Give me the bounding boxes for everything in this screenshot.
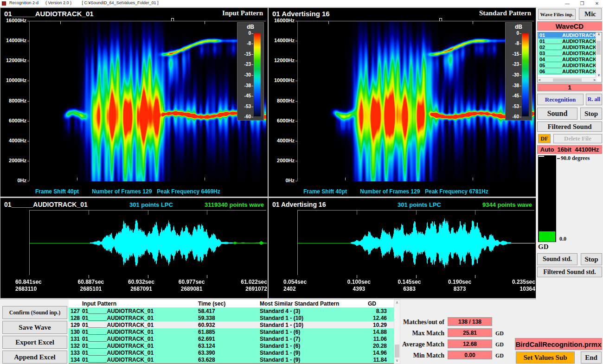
axis-tick: 0.100sec4393 xyxy=(334,279,385,293)
input-pattern-label: Input Pattern xyxy=(222,9,263,17)
filtered-sound-button[interactable]: Filtered Sound xyxy=(537,121,602,132)
track-list-item[interactable]: 05______AUDIOTRACK_ xyxy=(538,63,598,69)
col-time: Time (sec) xyxy=(198,300,260,307)
db-label: 0 xyxy=(507,31,519,36)
input-spectrogram-panel: 01______AUDIOTRACK_01 Input Pattern 1600… xyxy=(0,8,268,197)
plot-tick xyxy=(205,178,205,180)
save-wave-button[interactable]: Save Wave xyxy=(2,321,67,334)
db-label: -23 xyxy=(507,62,519,67)
row-time: 59.338 xyxy=(198,315,260,321)
col-standard-pattern: Most Similar Standard Pattern xyxy=(260,300,357,307)
freq-label: 6000Hz xyxy=(0,118,26,123)
row-time: 62.691 xyxy=(198,336,260,342)
row-time: 63.390 xyxy=(198,350,260,356)
confirm-sound-inp-button[interactable]: Confirm (Sound inp.) xyxy=(2,306,67,319)
meter-max-label: 90.0 degrees xyxy=(561,155,590,162)
end-button[interactable]: End xyxy=(581,351,602,364)
list-hscrollbar-thumb[interactable] xyxy=(553,78,582,82)
axis-tick: 60.887sec2685101 xyxy=(66,279,116,293)
gd-meter xyxy=(538,155,556,242)
sound-std-button[interactable]: Sound std. xyxy=(537,253,577,265)
plot-tick xyxy=(148,275,148,278)
table-row[interactable]: 130 01______AUDIOTRACK_01 61.885 Standar… xyxy=(69,328,394,335)
stop-button[interactable]: Stop xyxy=(580,108,602,120)
plot-tick xyxy=(77,178,77,180)
restore-button[interactable]: ❐ xyxy=(577,0,587,6)
standard-spectrogram-plot xyxy=(297,21,534,181)
freq-label: 16000Hz xyxy=(269,18,295,23)
row-standard: Standard 1 - (10) xyxy=(260,315,357,321)
track-listbox[interactable]: 01______AUDIOTRACK 01______AUDIOTRACK_ 0… xyxy=(537,32,602,83)
scroll-right-icon[interactable]: > xyxy=(593,78,596,82)
minimize-button[interactable]: — xyxy=(562,0,572,6)
lpc-points-info: 301 points LPC xyxy=(129,201,173,208)
max-match-value: 25.81 xyxy=(448,328,492,337)
row-time: 60.932 xyxy=(198,322,260,328)
set-values-sub-button[interactable]: Set Values Sub xyxy=(516,351,575,364)
table-row[interactable]: 132 01______AUDIOTRACK_01 63.124 Standar… xyxy=(69,342,394,349)
append-excel-button[interactable]: Append Excel xyxy=(2,351,67,364)
row-number: 133 xyxy=(69,350,81,356)
track-list-item[interactable]: 03______AUDIOTRACK_ xyxy=(538,51,598,57)
wave-files-inp-button[interactable]: Wave Files inp. xyxy=(538,9,576,20)
frame-shift-info: Frame Shift 40pt xyxy=(35,188,79,195)
db-label: -8 xyxy=(507,41,519,46)
close-button[interactable]: ✕ xyxy=(592,0,602,6)
db-label: -60 xyxy=(507,114,519,119)
recognize-all-button[interactable]: R. all xyxy=(586,94,602,105)
scroll-down-icon[interactable]: ∨ xyxy=(596,73,602,77)
wave-points-info: 3119340 points wave xyxy=(205,201,264,208)
db-label: -45 xyxy=(507,93,519,98)
track-list-item[interactable]: 02______AUDIOTRACK_ xyxy=(538,45,598,51)
filtered-sound-std-button[interactable]: Filtered Sound std. xyxy=(537,267,602,277)
table-row[interactable]: 128 01______AUDIOTRACK_01 59.338 Standar… xyxy=(69,314,394,321)
db-scale-title: dB xyxy=(506,24,532,30)
df-button[interactable]: DF xyxy=(538,134,551,143)
title-bar: Recognition 2-d ( Version 2.0 ) [ C:¥Sou… xyxy=(0,0,603,7)
recognition-button[interactable]: Recognition xyxy=(537,94,584,105)
row-standard: Standard 1 - (7) xyxy=(260,336,357,342)
track-list-item[interactable]: 04______AUDIOTRACK_ xyxy=(538,57,598,63)
plot-tick xyxy=(475,211,475,215)
list-horizontal-scrollbar[interactable]: < > xyxy=(538,77,597,82)
db-label: -8 xyxy=(239,41,251,46)
track-list-item[interactable]: 06______AUDIOTRACK_ xyxy=(538,69,598,75)
db-label: -15 xyxy=(507,51,519,57)
table-row[interactable]: 131 01______AUDIOTRACK_01 62.691 Standar… xyxy=(69,335,394,342)
db-label: -23 xyxy=(239,62,251,67)
freq-label: 6000Hz xyxy=(269,118,295,123)
scroll-up-icon[interactable]: ∧ xyxy=(596,32,602,36)
peak-frequency-info: Peak Frequency 6469Hz xyxy=(157,188,220,195)
stop-std-button[interactable]: Stop xyxy=(581,253,602,265)
scroll-up-icon[interactable]: ∧ xyxy=(394,300,400,305)
db-label: 0 xyxy=(239,31,251,36)
track-list-item[interactable]: 01______AUDIOTRACK_ xyxy=(538,38,598,45)
freq-label: 14000Hz xyxy=(269,38,295,43)
table-row[interactable]: 129 01______AUDIOTRACK_01 60.932 Standar… xyxy=(69,321,394,328)
track-list-item[interactable]: 01______AUDIOTRACK xyxy=(538,32,598,38)
cursor-marker xyxy=(171,18,174,21)
standard-waveform-canvas xyxy=(298,211,535,275)
row-gd: 8.33 xyxy=(357,308,390,314)
export-excel-button[interactable]: Export Excel xyxy=(2,336,67,349)
list-scrollbar-thumb[interactable] xyxy=(597,41,601,55)
mic-button[interactable]: Mic xyxy=(579,8,602,20)
sound-button[interactable]: Sound xyxy=(537,108,577,120)
freq-label: 4000Hz xyxy=(0,138,26,143)
scroll-left-icon[interactable]: < xyxy=(539,78,541,82)
row-time: 63.124 xyxy=(198,343,260,349)
input-waveform-canvas xyxy=(30,211,267,275)
db-color-scale: dB 0 -8 -15 -23 -30 -38 -45 -53 -60 xyxy=(237,22,264,121)
table-row[interactable]: 133 01______AUDIOTRACK_01 63.390 Standar… xyxy=(69,349,394,356)
row-number: 134 xyxy=(69,357,81,363)
table-row[interactable]: 127 01______AUDIOTRACK_01 58.417 Standar… xyxy=(69,307,394,314)
freq-label: 8000Hz xyxy=(269,98,295,103)
table-row[interactable]: 134 01______AUDIOTRACK_01 63.628 Standar… xyxy=(69,356,394,363)
row-number: 128 xyxy=(69,315,81,321)
row-number: 130 xyxy=(69,329,81,335)
average-match-label: Average Match xyxy=(380,341,444,348)
results-table: Input Pattern Time (sec) Most Similar St… xyxy=(69,300,394,364)
plot-tick xyxy=(357,275,357,278)
list-vertical-scrollbar[interactable]: ∧ ∨ xyxy=(596,32,602,77)
input-spectrogram-title: 01______AUDIOTRACK_01 xyxy=(4,10,94,18)
